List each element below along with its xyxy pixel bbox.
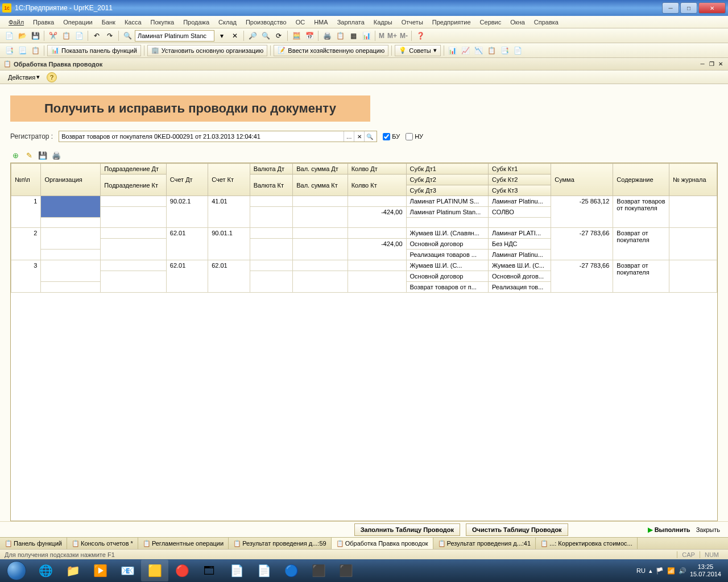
- close-button[interactable]: ✕: [698, 2, 726, 14]
- menu-edit[interactable]: Правка: [29, 18, 58, 27]
- doc-tab[interactable]: 📋Регламентные операции: [138, 538, 229, 549]
- zoom-out-icon[interactable]: 🔍: [260, 30, 271, 41]
- memory-mminus[interactable]: M-: [399, 30, 408, 41]
- run-button[interactable]: ▶Выполнить: [648, 526, 690, 534]
- col-npp[interactable]: №п\п: [11, 164, 41, 196]
- menu-cash[interactable]: Касса: [121, 18, 146, 27]
- taskbar-skype-icon[interactable]: 🔵: [278, 560, 305, 581]
- table-row[interactable]: 2 62.01 90.01.1 Жумаев Ш.И. (Славян...Ла…: [11, 228, 717, 239]
- col-subk-dt2[interactable]: Субк Дт2: [406, 174, 489, 185]
- taskbar-ie-icon[interactable]: 🌐: [32, 560, 59, 581]
- menu-operations[interactable]: Операции: [59, 18, 96, 27]
- memory-m[interactable]: M: [378, 30, 385, 41]
- taskbar-app-icon-3[interactable]: 📄: [250, 560, 278, 581]
- help-icon[interactable]: ❓: [415, 30, 426, 41]
- col-schet-kt[interactable]: Счет Кт: [208, 164, 250, 196]
- doc-tab[interactable]: 📋Обработка Правка проводок: [332, 538, 433, 549]
- doc-tab[interactable]: 📋Панель функций: [0, 538, 67, 549]
- maximize-button[interactable]: □: [680, 2, 697, 14]
- table-row[interactable]: 1 90.02.1 41.01 Ламинат PLATINUM S...Лам…: [11, 196, 717, 207]
- add-row-icon[interactable]: ⊕: [10, 150, 20, 160]
- checkbox-bu[interactable]: БУ: [383, 133, 400, 140]
- menu-service[interactable]: Сервис: [476, 18, 506, 27]
- edit-row-icon[interactable]: ✎: [24, 150, 34, 160]
- fill-table-button[interactable]: Заполнить Таблицу Проводок: [354, 523, 460, 536]
- subwin-close[interactable]: ✕: [717, 60, 725, 68]
- menu-production[interactable]: Производство: [242, 18, 291, 27]
- aux-icon-4[interactable]: 📋: [486, 45, 498, 56]
- subwin-restore[interactable]: ❐: [708, 60, 715, 68]
- doc-tab[interactable]: 📋Результат проведения д...:59: [229, 538, 332, 549]
- tray-up-icon[interactable]: ▴: [649, 567, 652, 575]
- col-val-kt[interactable]: Валюта Кт: [250, 174, 293, 196]
- menu-reports[interactable]: Отчеты: [398, 18, 427, 27]
- menu-purchase[interactable]: Покупка: [147, 18, 179, 27]
- tips-button[interactable]: 💡 Советы ▾: [395, 45, 440, 56]
- clear-search-icon[interactable]: ✕: [229, 30, 241, 41]
- taskbar-media-icon[interactable]: ▶️: [86, 560, 114, 581]
- menu-sale[interactable]: Продажа: [179, 18, 213, 27]
- col-content[interactable]: Содержание: [613, 164, 669, 196]
- redo-icon[interactable]: ↷: [104, 30, 115, 41]
- col-podr-dt[interactable]: Подразделение Дт: [101, 164, 166, 174]
- taskbar-app-icon-1[interactable]: 🗔: [196, 560, 223, 581]
- paste-icon[interactable]: 📄: [73, 30, 85, 41]
- clear-table-button[interactable]: Очистить Таблицу Проводок: [466, 523, 568, 536]
- undo-icon[interactable]: ↶: [91, 30, 102, 41]
- field-clear-icon[interactable]: ✕: [354, 131, 364, 142]
- menu-stock[interactable]: Склад: [214, 18, 241, 27]
- tool-icon-3[interactable]: 📋: [30, 45, 41, 56]
- show-function-panel-button[interactable]: 📊 Показать панель функций: [47, 45, 141, 56]
- memory-mplus[interactable]: M+: [387, 30, 398, 41]
- menu-help[interactable]: Справка: [530, 18, 562, 27]
- col-subk-dt3[interactable]: Субк Дт3: [406, 185, 489, 196]
- doc-tab[interactable]: 📋...: Корректировка стоимос...: [536, 538, 638, 549]
- action-help-icon[interactable]: ?: [47, 72, 57, 82]
- taskbar-explorer-icon[interactable]: 📁: [59, 560, 86, 581]
- zoom-in-icon[interactable]: 🔎: [247, 30, 258, 41]
- col-subk-dt1[interactable]: Субк Дт1: [406, 164, 489, 174]
- preview-icon[interactable]: 📋: [334, 30, 346, 41]
- calc-icon[interactable]: 🧮: [291, 30, 302, 41]
- aux-icon-5[interactable]: 📑: [499, 45, 511, 56]
- tray-lang[interactable]: RU: [636, 567, 646, 574]
- menu-personnel[interactable]: Кадры: [370, 18, 396, 27]
- col-kolvo-kt[interactable]: Колво Кт: [348, 174, 406, 196]
- col-journal[interactable]: № журнала: [669, 164, 717, 196]
- doc-tab[interactable]: 📋Консоль отчетов *: [67, 538, 138, 549]
- search-icon[interactable]: 🔍: [122, 30, 133, 41]
- taskbar-app-icon-5[interactable]: ⬛: [332, 560, 359, 581]
- actions-dropdown[interactable]: Действия ▾: [3, 72, 44, 82]
- field-select-icon[interactable]: …: [344, 131, 354, 142]
- taskbar-outlook-icon[interactable]: 📧: [114, 560, 141, 581]
- tray-sound-icon[interactable]: 🔊: [679, 567, 686, 575]
- aux-icon-6[interactable]: 📄: [512, 45, 524, 56]
- close-link[interactable]: Закрыть: [696, 526, 720, 533]
- col-valsum-kt[interactable]: Вал. сумма Кт: [293, 174, 348, 196]
- taskbar-opera-icon[interactable]: 🔴: [168, 560, 196, 581]
- tool-icon-1[interactable]: 📑: [3, 45, 15, 56]
- dropdown-icon[interactable]: ▾: [216, 30, 228, 41]
- refresh-icon[interactable]: ⟳: [273, 30, 284, 41]
- menu-windows[interactable]: Окна: [506, 18, 529, 27]
- search-input[interactable]: [135, 30, 214, 41]
- chart-icon[interactable]: 📊: [361, 30, 372, 41]
- registrar-field[interactable]: Возврат товаров от покупателя 0KED-00029…: [59, 131, 377, 142]
- tray-network-icon[interactable]: 📶: [667, 567, 675, 575]
- tray-flag-icon[interactable]: 🏳️: [656, 567, 664, 575]
- checkbox-nu[interactable]: НУ: [406, 133, 423, 140]
- col-valsum-dt[interactable]: Вал. сумма Дт: [293, 164, 348, 174]
- table-row[interactable]: 3 62.01 62.01 Жумаев Ш.И. (С...Жумаев Ш.…: [11, 260, 717, 271]
- tool-icon-2[interactable]: 📃: [16, 45, 28, 56]
- print-row-icon[interactable]: 🖨️: [51, 150, 61, 160]
- taskbar-1c-icon[interactable]: 🟨: [141, 560, 168, 581]
- menu-bank[interactable]: Банк: [98, 18, 119, 27]
- col-subk-kt3[interactable]: Субк Кт3: [489, 185, 551, 196]
- doc-tab[interactable]: 📋Результат проведения д...:41: [433, 538, 536, 549]
- col-subk-kt1[interactable]: Субк Кт1: [489, 164, 551, 174]
- col-org[interactable]: Организация: [41, 164, 101, 196]
- new-doc-icon[interactable]: 📄: [3, 30, 15, 41]
- menu-file[interactable]: Файл: [5, 18, 28, 27]
- copy-icon[interactable]: 📋: [60, 30, 72, 41]
- open-icon[interactable]: 📂: [16, 30, 28, 41]
